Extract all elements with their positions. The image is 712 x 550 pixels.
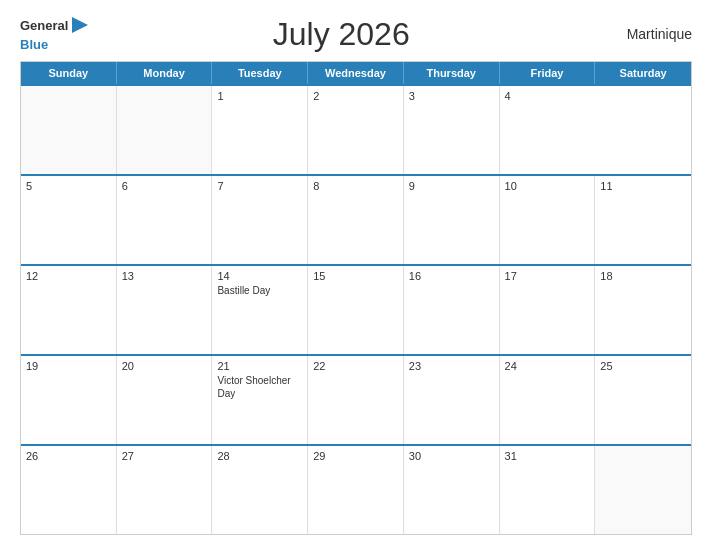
svg-marker-0 bbox=[72, 17, 88, 33]
calendar-cell: 30 bbox=[404, 446, 500, 534]
day-monday: Monday bbox=[117, 62, 213, 84]
calendar-cell: 14 Bastille Day bbox=[212, 266, 308, 354]
region-label: Martinique bbox=[592, 26, 692, 42]
day-sunday: Sunday bbox=[21, 62, 117, 84]
page: General Blue July 2026 Martinique Sunday… bbox=[0, 0, 712, 550]
cell-date: 16 bbox=[409, 270, 494, 282]
cell-date: 26 bbox=[26, 450, 111, 462]
calendar-cell: 6 bbox=[117, 176, 213, 264]
day-thursday: Thursday bbox=[404, 62, 500, 84]
calendar-body: 1 2 3 4 5 6 bbox=[21, 84, 691, 534]
calendar-cell: 21 Victor Shoelcher Day bbox=[212, 356, 308, 444]
calendar-cell: 8 bbox=[308, 176, 404, 264]
calendar-cell: 29 bbox=[308, 446, 404, 534]
cell-date: 9 bbox=[409, 180, 494, 192]
cell-date: 10 bbox=[505, 180, 590, 192]
cell-date: 6 bbox=[122, 180, 207, 192]
calendar-cell: 24 bbox=[500, 356, 596, 444]
calendar-cell: 9 bbox=[404, 176, 500, 264]
cell-date: 30 bbox=[409, 450, 494, 462]
calendar-cell: 7 bbox=[212, 176, 308, 264]
logo-flag-icon bbox=[70, 15, 90, 35]
week-row-1: 1 2 3 4 bbox=[21, 84, 691, 174]
calendar-cell: 10 bbox=[500, 176, 596, 264]
week-row-2: 5 6 7 8 9 10 11 bbox=[21, 174, 691, 264]
calendar: Sunday Monday Tuesday Wednesday Thursday… bbox=[20, 61, 692, 535]
calendar-cell bbox=[595, 446, 691, 534]
calendar-cell: 17 bbox=[500, 266, 596, 354]
calendar-cell: 25 bbox=[595, 356, 691, 444]
cell-date: 28 bbox=[217, 450, 302, 462]
cell-date: 12 bbox=[26, 270, 111, 282]
week-row-5: 26 27 28 29 30 31 bbox=[21, 444, 691, 534]
cell-date: 5 bbox=[26, 180, 111, 192]
day-wednesday: Wednesday bbox=[308, 62, 404, 84]
cell-date: 29 bbox=[313, 450, 398, 462]
calendar-cell: 4 bbox=[500, 86, 596, 174]
logo-text-block: General Blue bbox=[20, 15, 90, 53]
calendar-cell: 27 bbox=[117, 446, 213, 534]
day-saturday: Saturday bbox=[595, 62, 691, 84]
cell-date: 19 bbox=[26, 360, 111, 372]
cell-date: 7 bbox=[217, 180, 302, 192]
cell-date: 15 bbox=[313, 270, 398, 282]
calendar-cell: 31 bbox=[500, 446, 596, 534]
calendar-cell: 18 bbox=[595, 266, 691, 354]
calendar-cell: 23 bbox=[404, 356, 500, 444]
cell-date: 3 bbox=[409, 90, 494, 102]
header: General Blue July 2026 Martinique bbox=[20, 15, 692, 53]
week-row-3: 12 13 14 Bastille Day 15 16 17 bbox=[21, 264, 691, 354]
calendar-cell: 15 bbox=[308, 266, 404, 354]
logo-general: General bbox=[20, 19, 68, 32]
month-title: July 2026 bbox=[90, 16, 592, 53]
cell-date: 17 bbox=[505, 270, 590, 282]
day-friday: Friday bbox=[500, 62, 596, 84]
cell-date: 21 bbox=[217, 360, 302, 372]
cell-date: 20 bbox=[122, 360, 207, 372]
cell-date: 2 bbox=[313, 90, 398, 102]
cell-date: 31 bbox=[505, 450, 590, 462]
cell-date: 4 bbox=[505, 90, 591, 102]
cell-event-victor: Victor Shoelcher Day bbox=[217, 374, 302, 400]
cell-date: 14 bbox=[217, 270, 302, 282]
calendar-cell: 26 bbox=[21, 446, 117, 534]
cell-date: 24 bbox=[505, 360, 590, 372]
calendar-cell: 2 bbox=[308, 86, 404, 174]
cell-date: 27 bbox=[122, 450, 207, 462]
cell-date: 13 bbox=[122, 270, 207, 282]
logo: General Blue bbox=[20, 15, 90, 53]
calendar-cell: 22 bbox=[308, 356, 404, 444]
week-row-4: 19 20 21 Victor Shoelcher Day 22 23 24 bbox=[21, 354, 691, 444]
cell-date: 8 bbox=[313, 180, 398, 192]
calendar-cell bbox=[117, 86, 213, 174]
calendar-cell: 28 bbox=[212, 446, 308, 534]
cell-date: 18 bbox=[600, 270, 686, 282]
calendar-cell: 12 bbox=[21, 266, 117, 354]
cell-date: 23 bbox=[409, 360, 494, 372]
calendar-cell: 11 bbox=[595, 176, 691, 264]
day-tuesday: Tuesday bbox=[212, 62, 308, 84]
calendar-cell: 3 bbox=[404, 86, 500, 174]
calendar-cell: 13 bbox=[117, 266, 213, 354]
cell-event-bastille: Bastille Day bbox=[217, 284, 302, 297]
logo-blue: Blue bbox=[20, 37, 48, 52]
calendar-cell: 5 bbox=[21, 176, 117, 264]
calendar-header: Sunday Monday Tuesday Wednesday Thursday… bbox=[21, 62, 691, 84]
calendar-cell: 20 bbox=[117, 356, 213, 444]
calendar-cell: 19 bbox=[21, 356, 117, 444]
cell-date: 25 bbox=[600, 360, 686, 372]
cell-date: 11 bbox=[600, 180, 686, 192]
calendar-cell bbox=[21, 86, 117, 174]
calendar-cell: 1 bbox=[212, 86, 308, 174]
cell-date: 22 bbox=[313, 360, 398, 372]
cell-date: 1 bbox=[217, 90, 302, 102]
calendar-cell: 16 bbox=[404, 266, 500, 354]
